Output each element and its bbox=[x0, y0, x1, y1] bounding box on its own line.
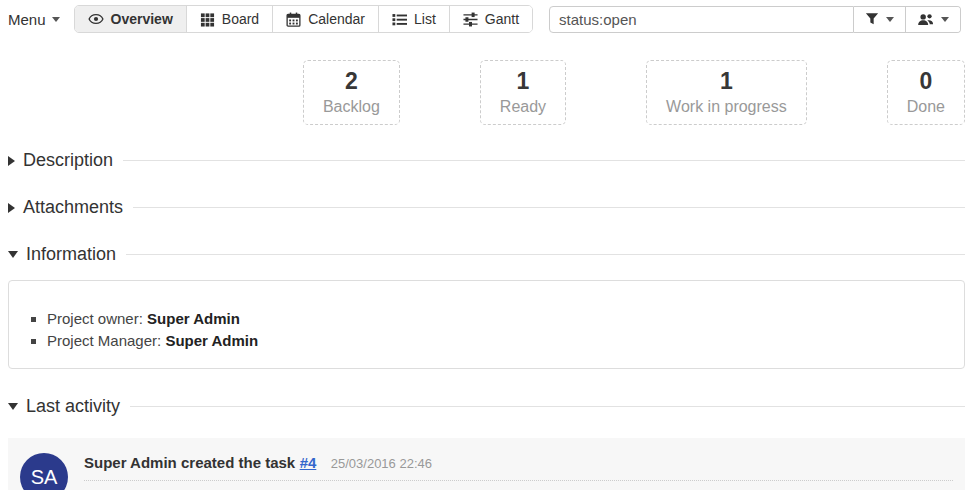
list-item: Project owner: Super Admin bbox=[47, 308, 952, 330]
tab-label: Board bbox=[222, 11, 259, 27]
tab-list[interactable]: List bbox=[378, 6, 449, 32]
info-label: Project Manager: bbox=[47, 332, 165, 349]
section-header-description[interactable]: Description bbox=[8, 137, 965, 184]
tab-calendar[interactable]: Calendar bbox=[272, 6, 378, 32]
users-dropdown-button[interactable] bbox=[905, 7, 960, 32]
tab-label: Overview bbox=[111, 11, 173, 27]
calendar-icon bbox=[286, 12, 301, 27]
board-grid-icon bbox=[200, 12, 215, 27]
section-information: Information Project owner: Super Admin P… bbox=[8, 231, 965, 369]
menu-dropdown[interactable]: Menu bbox=[8, 11, 60, 28]
section-header-information[interactable]: Information bbox=[8, 231, 965, 278]
stat-count: 0 bbox=[907, 66, 945, 96]
section-title: Last activity bbox=[26, 396, 120, 417]
stat-count: 1 bbox=[666, 66, 787, 96]
stat-label: Work in progress bbox=[666, 96, 787, 117]
tab-overview[interactable]: Overview bbox=[75, 6, 186, 32]
section-attachments: Attachments bbox=[8, 184, 965, 231]
activity-event: SA Super Admin created the task #4 25/03… bbox=[20, 453, 953, 490]
chevron-down-icon bbox=[941, 17, 949, 22]
divider bbox=[130, 406, 965, 407]
section-header-attachments[interactable]: Attachments bbox=[8, 184, 965, 231]
activity-title: Super Admin created the task bbox=[84, 454, 295, 471]
activity-content: Super Admin created the task #4 25/03/20… bbox=[84, 453, 953, 490]
info-label: Project owner: bbox=[47, 310, 147, 327]
search-area bbox=[549, 6, 961, 33]
activity-title-row: Super Admin created the task #4 25/03/20… bbox=[84, 454, 953, 481]
filter-button-group bbox=[854, 6, 961, 33]
tab-label: Calendar bbox=[308, 11, 365, 27]
users-icon bbox=[917, 12, 934, 27]
list-icon bbox=[392, 12, 407, 27]
column-stats-row: 2 Backlog 1 Ready 1 Work in progress 0 D… bbox=[0, 60, 965, 125]
filter-dropdown-button[interactable] bbox=[854, 7, 905, 32]
section-title: Description bbox=[23, 150, 113, 171]
eye-icon bbox=[88, 11, 104, 27]
activity-panel: SA Super Admin created the task #4 25/03… bbox=[8, 438, 965, 490]
task-link[interactable]: #4 bbox=[300, 454, 317, 471]
info-value: Super Admin bbox=[165, 332, 258, 349]
menu-label: Menu bbox=[8, 11, 46, 28]
gantt-sliders-icon bbox=[463, 12, 478, 27]
search-input[interactable] bbox=[549, 6, 854, 33]
section-title: Attachments bbox=[23, 197, 123, 218]
project-info-list: Project owner: Super Admin Project Manag… bbox=[25, 308, 952, 352]
stat-label: Backlog bbox=[323, 96, 380, 117]
section-header-last-activity[interactable]: Last activity bbox=[8, 383, 965, 430]
section-title: Information bbox=[26, 244, 116, 265]
info-value: Super Admin bbox=[147, 310, 240, 327]
tab-label: List bbox=[414, 11, 436, 27]
chevron-down-icon bbox=[886, 17, 894, 22]
chevron-right-icon bbox=[8, 203, 15, 213]
stat-box-work-in-progress: 1 Work in progress bbox=[646, 60, 807, 125]
stat-label: Done bbox=[907, 96, 945, 117]
stat-label: Ready bbox=[500, 96, 546, 117]
tab-gantt[interactable]: Gantt bbox=[449, 6, 532, 32]
section-description: Description bbox=[8, 137, 965, 184]
tab-label: Gantt bbox=[485, 11, 519, 27]
stat-box-done: 0 Done bbox=[887, 60, 965, 125]
chevron-right-icon bbox=[8, 156, 15, 166]
activity-timestamp: 25/03/2016 22:46 bbox=[331, 456, 432, 471]
chevron-down-icon bbox=[8, 403, 18, 410]
avatar: SA bbox=[20, 453, 68, 490]
divider bbox=[123, 160, 965, 161]
tab-board[interactable]: Board bbox=[186, 6, 272, 32]
chevron-down-icon bbox=[52, 17, 60, 22]
chevron-down-icon bbox=[8, 251, 18, 258]
list-item: Project Manager: Super Admin bbox=[47, 330, 952, 352]
stat-count: 1 bbox=[500, 66, 546, 96]
view-tabs: Overview Board bbox=[74, 5, 534, 33]
stat-box-backlog: 2 Backlog bbox=[303, 60, 400, 125]
section-last-activity: Last activity SA Super Admin created the… bbox=[8, 383, 965, 490]
divider bbox=[133, 207, 965, 208]
project-information-panel: Project owner: Super Admin Project Manag… bbox=[8, 280, 965, 369]
stat-count: 2 bbox=[323, 66, 380, 96]
stat-box-ready: 1 Ready bbox=[480, 60, 566, 125]
filter-funnel-icon bbox=[865, 12, 879, 26]
divider bbox=[126, 254, 965, 255]
top-toolbar: Menu Overview Board bbox=[0, 0, 973, 34]
